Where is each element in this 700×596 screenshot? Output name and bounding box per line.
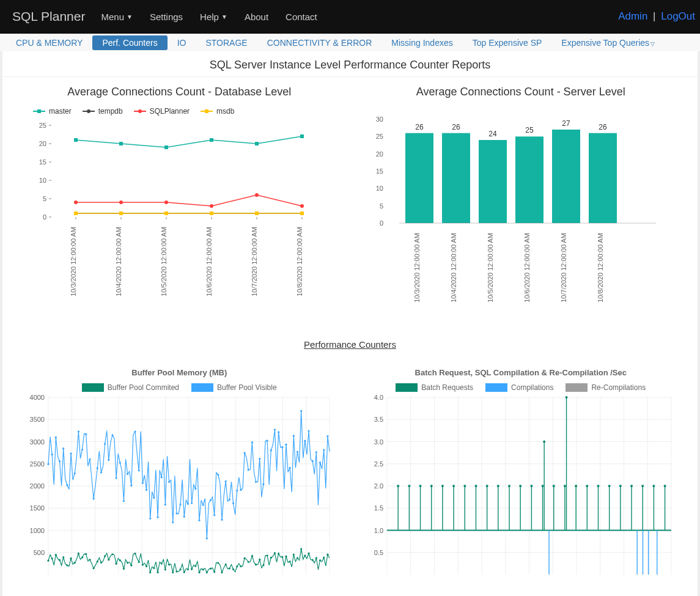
svg-text:25: 25 xyxy=(375,133,383,140)
svg-point-309 xyxy=(541,485,543,487)
svg-point-173 xyxy=(312,559,314,561)
svg-text:27: 27 xyxy=(562,119,570,128)
svg-point-142 xyxy=(194,565,196,567)
svg-point-146 xyxy=(210,568,212,570)
legend-item-sqlplanner[interactable]: SQLPlanner xyxy=(134,107,190,116)
legend-item-tempdb[interactable]: tempdb xyxy=(83,107,123,116)
svg-text:1500: 1500 xyxy=(30,504,45,512)
tab-storage[interactable]: STORAGE xyxy=(196,35,257,50)
svg-point-299 xyxy=(485,485,488,487)
svg-text:3.5: 3.5 xyxy=(374,416,383,423)
tab-top-expensive-sp[interactable]: Top Expensive SP xyxy=(463,35,552,50)
svg-text:15: 15 xyxy=(39,158,46,166)
tab-expensive-top-queries[interactable]: Expensive Top Queries▽ xyxy=(551,35,665,50)
contact-link[interactable]: Contact xyxy=(277,12,326,22)
svg-rect-25 xyxy=(119,142,123,145)
svg-point-329 xyxy=(630,485,633,487)
svg-point-190 xyxy=(92,498,94,499)
svg-point-156 xyxy=(248,561,249,563)
top-navbar: SQL Planner Menu▼ Settings Help▼ About C… xyxy=(0,0,700,33)
svg-point-122 xyxy=(119,559,121,561)
svg-point-38 xyxy=(164,201,168,204)
svg-point-221 xyxy=(210,499,212,501)
svg-point-149 xyxy=(221,572,223,573)
svg-point-40 xyxy=(255,193,259,197)
svg-point-205 xyxy=(149,518,151,520)
tab-missing-indexes[interactable]: Missing Indexes xyxy=(381,35,462,50)
chart-title: Average Connections Count - Server Level xyxy=(356,86,686,98)
svg-point-120 xyxy=(111,553,113,555)
svg-point-145 xyxy=(206,572,208,573)
logout-link[interactable]: LogOut xyxy=(661,10,695,22)
svg-text:10/4/2020 12:00:00 AM: 10/4/2020 12:00:00 AM xyxy=(115,227,122,296)
svg-rect-67 xyxy=(552,130,580,223)
svg-point-228 xyxy=(236,490,238,491)
svg-point-289 xyxy=(430,485,432,487)
chart-legend: Batch Requests Compilations Re-Compilati… xyxy=(356,383,686,392)
svg-rect-42 xyxy=(74,212,78,215)
svg-text:0: 0 xyxy=(379,219,383,227)
chart-canvas: 0.51.01.52.02.53.03.54.0 xyxy=(356,394,674,578)
svg-text:10/8/2020 12:00:00 AM: 10/8/2020 12:00:00 AM xyxy=(597,233,604,303)
legend-item-master[interactable]: master xyxy=(33,107,72,116)
svg-point-234 xyxy=(259,458,260,460)
svg-point-333 xyxy=(652,485,655,487)
legend-item-visible[interactable]: Buffer Pool Visible xyxy=(191,383,277,392)
svg-point-166 xyxy=(285,556,287,557)
svg-rect-44 xyxy=(164,212,168,215)
chart-legend: Buffer Pool Commited Buffer Pool Visible xyxy=(15,383,344,392)
legend-item-msdb[interactable]: msdb xyxy=(201,107,234,116)
svg-text:26: 26 xyxy=(415,123,424,131)
legend-item-batch[interactable]: Batch Requests xyxy=(396,383,473,392)
svg-point-129 xyxy=(146,565,147,567)
svg-point-104 xyxy=(51,557,53,559)
svg-point-297 xyxy=(474,485,477,487)
svg-point-178 xyxy=(47,463,49,465)
svg-point-285 xyxy=(408,485,410,487)
svg-point-210 xyxy=(168,481,170,483)
chart-title: Batch Request, SQL Compilation & Re-Comp… xyxy=(356,368,686,377)
svg-text:10/7/2020 12:00:00 AM: 10/7/2020 12:00:00 AM xyxy=(251,227,258,296)
admin-link[interactable]: Admin xyxy=(618,10,647,22)
svg-rect-24 xyxy=(74,138,78,142)
svg-text:2500: 2500 xyxy=(30,460,45,468)
svg-point-230 xyxy=(243,452,245,454)
svg-point-171 xyxy=(304,554,306,556)
brand-title[interactable]: SQL Planner xyxy=(5,9,92,24)
svg-point-136 xyxy=(172,572,174,573)
tab-cpu-memory[interactable]: CPU & MEMORY xyxy=(6,35,92,50)
tab-io[interactable]: IO xyxy=(168,35,196,50)
svg-point-237 xyxy=(270,449,272,451)
svg-text:10: 10 xyxy=(375,185,383,192)
svg-point-187 xyxy=(81,449,83,451)
svg-text:10/3/2020 12:00:00 AM: 10/3/2020 12:00:00 AM xyxy=(70,227,77,296)
menu-dropdown[interactable]: Menu▼ xyxy=(92,12,141,22)
legend-item-recompilations[interactable]: Re-Compilations xyxy=(566,383,646,392)
help-dropdown[interactable]: Help▼ xyxy=(191,12,236,22)
svg-point-160 xyxy=(262,564,264,566)
svg-point-151 xyxy=(229,567,230,569)
legend-item-compilations[interactable]: Compilations xyxy=(485,383,553,392)
legend-item-commited[interactable]: Buffer Pool Commited xyxy=(82,383,179,392)
svg-point-201 xyxy=(134,430,136,432)
svg-point-242 xyxy=(289,467,291,469)
svg-point-287 xyxy=(419,485,421,487)
settings-link[interactable]: Settings xyxy=(141,12,191,22)
svg-point-224 xyxy=(221,519,223,521)
tab-connectivity-error[interactable]: CONNECTIVITY & ERROR xyxy=(257,35,382,50)
svg-point-161 xyxy=(267,554,268,556)
svg-point-244 xyxy=(297,451,298,452)
tab-perf-counters[interactable]: Perf. Counters xyxy=(92,35,167,50)
svg-point-116 xyxy=(97,561,98,562)
chart-canvas: 5001000150020002500300035004000 xyxy=(15,394,333,578)
chart-title: Buffer Pool Memory (MB) xyxy=(15,368,344,377)
svg-text:10: 10 xyxy=(39,177,46,184)
svg-point-251 xyxy=(323,449,325,451)
svg-point-301 xyxy=(496,485,499,487)
svg-point-232 xyxy=(251,441,253,443)
svg-point-283 xyxy=(397,485,399,487)
svg-point-168 xyxy=(293,553,295,555)
about-link[interactable]: About xyxy=(236,12,277,22)
svg-text:30: 30 xyxy=(375,116,383,123)
svg-point-313 xyxy=(552,485,554,487)
